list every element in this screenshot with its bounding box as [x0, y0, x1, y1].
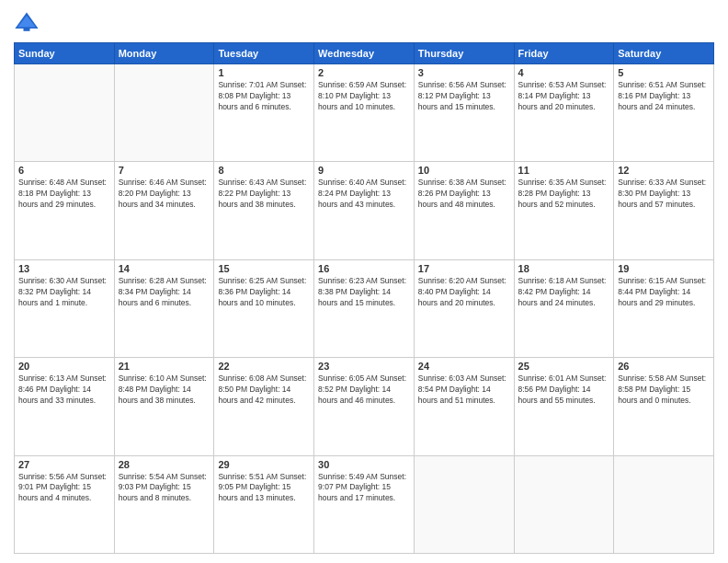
day-info: Sunrise: 6:43 AM Sunset: 8:22 PM Dayligh… — [218, 178, 310, 211]
calendar-cell: 8Sunrise: 6:43 AM Sunset: 8:22 PM Daylig… — [214, 162, 314, 259]
day-number: 10 — [418, 165, 510, 176]
day-number: 19 — [618, 263, 710, 274]
calendar-cell: 26Sunrise: 5:58 AM Sunset: 8:58 PM Dayli… — [614, 358, 714, 455]
calendar-cell — [514, 455, 614, 553]
calendar-cell: 24Sunrise: 6:03 AM Sunset: 8:54 PM Dayli… — [414, 358, 514, 455]
day-number: 9 — [318, 165, 410, 176]
day-number: 25 — [518, 361, 610, 372]
calendar-cell: 25Sunrise: 6:01 AM Sunset: 8:56 PM Dayli… — [514, 358, 614, 455]
day-number: 30 — [318, 459, 410, 470]
day-info: Sunrise: 6:20 AM Sunset: 8:40 PM Dayligh… — [418, 276, 510, 309]
calendar-cell: 1Sunrise: 7:01 AM Sunset: 8:08 PM Daylig… — [214, 64, 314, 162]
page: SundayMondayTuesdayWednesdayThursdayFrid… — [0, 0, 728, 563]
day-number: 20 — [18, 361, 110, 372]
day-info: Sunrise: 6:46 AM Sunset: 8:20 PM Dayligh… — [119, 178, 210, 211]
day-number: 23 — [318, 361, 410, 372]
day-number: 13 — [18, 263, 110, 274]
calendar-week-row: 27Sunrise: 5:56 AM Sunset: 9:01 PM Dayli… — [15, 455, 714, 553]
calendar-cell: 30Sunrise: 5:49 AM Sunset: 9:07 PM Dayli… — [314, 455, 415, 553]
day-info: Sunrise: 5:49 AM Sunset: 9:07 PM Dayligh… — [318, 472, 410, 505]
day-number: 28 — [119, 459, 210, 470]
day-info: Sunrise: 5:54 AM Sunset: 9:03 PM Dayligh… — [119, 472, 210, 505]
day-number: 15 — [218, 263, 310, 274]
day-info: Sunrise: 6:38 AM Sunset: 8:26 PM Dayligh… — [418, 178, 510, 211]
calendar-week-row: 6Sunrise: 6:48 AM Sunset: 8:18 PM Daylig… — [15, 162, 714, 259]
calendar-cell: 9Sunrise: 6:40 AM Sunset: 8:24 PM Daylig… — [314, 162, 415, 259]
calendar-cell: 17Sunrise: 6:20 AM Sunset: 8:40 PM Dayli… — [414, 259, 514, 357]
header — [14, 9, 714, 35]
day-info: Sunrise: 6:15 AM Sunset: 8:44 PM Dayligh… — [618, 276, 710, 309]
weekday-header-tuesday: Tuesday — [214, 43, 314, 64]
day-number: 6 — [18, 165, 110, 176]
day-number: 7 — [119, 165, 210, 176]
day-number: 2 — [318, 67, 410, 78]
weekday-header-wednesday: Wednesday — [314, 43, 415, 64]
calendar-cell — [414, 455, 514, 553]
day-info: Sunrise: 6:56 AM Sunset: 8:12 PM Dayligh… — [418, 80, 510, 113]
calendar-week-row: 1Sunrise: 7:01 AM Sunset: 8:08 PM Daylig… — [15, 64, 714, 162]
day-info: Sunrise: 6:25 AM Sunset: 8:36 PM Dayligh… — [218, 276, 310, 309]
day-number: 3 — [418, 67, 510, 78]
calendar-cell: 2Sunrise: 6:59 AM Sunset: 8:10 PM Daylig… — [314, 64, 415, 162]
day-number: 5 — [618, 67, 710, 78]
day-number: 26 — [618, 361, 710, 372]
calendar-table: SundayMondayTuesdayWednesdayThursdayFrid… — [14, 42, 714, 554]
day-number: 29 — [218, 459, 310, 470]
calendar-cell: 4Sunrise: 6:53 AM Sunset: 8:14 PM Daylig… — [514, 64, 614, 162]
calendar-cell: 13Sunrise: 6:30 AM Sunset: 8:32 PM Dayli… — [15, 259, 115, 357]
day-info: Sunrise: 6:59 AM Sunset: 8:10 PM Dayligh… — [318, 80, 410, 113]
calendar-cell: 21Sunrise: 6:10 AM Sunset: 8:48 PM Dayli… — [114, 358, 214, 455]
day-info: Sunrise: 6:10 AM Sunset: 8:48 PM Dayligh… — [119, 373, 210, 407]
calendar-cell: 14Sunrise: 6:28 AM Sunset: 8:34 PM Dayli… — [114, 259, 214, 357]
calendar-cell: 16Sunrise: 6:23 AM Sunset: 8:38 PM Dayli… — [314, 259, 415, 357]
day-info: Sunrise: 5:51 AM Sunset: 9:05 PM Dayligh… — [218, 472, 310, 505]
calendar-cell: 6Sunrise: 6:48 AM Sunset: 8:18 PM Daylig… — [15, 162, 115, 259]
day-info: Sunrise: 6:05 AM Sunset: 8:52 PM Dayligh… — [318, 373, 410, 407]
calendar-cell: 19Sunrise: 6:15 AM Sunset: 8:44 PM Dayli… — [614, 259, 714, 357]
calendar-cell: 5Sunrise: 6:51 AM Sunset: 8:16 PM Daylig… — [614, 64, 714, 162]
calendar-cell: 18Sunrise: 6:18 AM Sunset: 8:42 PM Dayli… — [514, 259, 614, 357]
day-number: 14 — [119, 263, 210, 274]
day-info: Sunrise: 6:30 AM Sunset: 8:32 PM Dayligh… — [18, 276, 110, 309]
day-info: Sunrise: 7:01 AM Sunset: 8:08 PM Dayligh… — [218, 80, 310, 113]
day-info: Sunrise: 6:51 AM Sunset: 8:16 PM Dayligh… — [618, 80, 710, 113]
weekday-header-saturday: Saturday — [614, 43, 714, 64]
calendar-cell — [614, 455, 714, 553]
day-number: 24 — [418, 361, 510, 372]
calendar-cell: 11Sunrise: 6:35 AM Sunset: 8:28 PM Dayli… — [514, 162, 614, 259]
day-info: Sunrise: 6:13 AM Sunset: 8:46 PM Dayligh… — [18, 373, 110, 407]
calendar-cell: 10Sunrise: 6:38 AM Sunset: 8:26 PM Dayli… — [414, 162, 514, 259]
calendar-cell: 29Sunrise: 5:51 AM Sunset: 9:05 PM Dayli… — [214, 455, 314, 553]
day-info: Sunrise: 6:18 AM Sunset: 8:42 PM Dayligh… — [518, 276, 610, 309]
weekday-header-friday: Friday — [514, 43, 614, 64]
day-number: 22 — [218, 361, 310, 372]
day-info: Sunrise: 6:33 AM Sunset: 8:30 PM Dayligh… — [618, 178, 710, 211]
calendar-cell: 7Sunrise: 6:46 AM Sunset: 8:20 PM Daylig… — [114, 162, 214, 259]
day-info: Sunrise: 6:28 AM Sunset: 8:34 PM Dayligh… — [119, 276, 210, 309]
calendar-cell: 23Sunrise: 6:05 AM Sunset: 8:52 PM Dayli… — [314, 358, 415, 455]
day-info: Sunrise: 6:35 AM Sunset: 8:28 PM Dayligh… — [518, 178, 610, 211]
calendar-cell — [15, 64, 115, 162]
day-info: Sunrise: 5:56 AM Sunset: 9:01 PM Dayligh… — [18, 472, 110, 505]
day-info: Sunrise: 6:23 AM Sunset: 8:38 PM Dayligh… — [318, 276, 410, 309]
weekday-header-row: SundayMondayTuesdayWednesdayThursdayFrid… — [15, 43, 714, 64]
day-info: Sunrise: 6:01 AM Sunset: 8:56 PM Dayligh… — [518, 373, 610, 407]
day-number: 27 — [18, 459, 110, 470]
calendar-cell: 20Sunrise: 6:13 AM Sunset: 8:46 PM Dayli… — [15, 358, 115, 455]
weekday-header-monday: Monday — [114, 43, 214, 64]
logo-icon — [14, 9, 40, 35]
calendar-cell: 3Sunrise: 6:56 AM Sunset: 8:12 PM Daylig… — [414, 64, 514, 162]
calendar-cell: 28Sunrise: 5:54 AM Sunset: 9:03 PM Dayli… — [114, 455, 214, 553]
day-info: Sunrise: 6:53 AM Sunset: 8:14 PM Dayligh… — [518, 80, 610, 113]
calendar-week-row: 13Sunrise: 6:30 AM Sunset: 8:32 PM Dayli… — [15, 259, 714, 357]
day-number: 11 — [518, 165, 610, 176]
calendar-cell: 22Sunrise: 6:08 AM Sunset: 8:50 PM Dayli… — [214, 358, 314, 455]
calendar-cell: 15Sunrise: 6:25 AM Sunset: 8:36 PM Dayli… — [214, 259, 314, 357]
weekday-header-thursday: Thursday — [414, 43, 514, 64]
calendar-week-row: 20Sunrise: 6:13 AM Sunset: 8:46 PM Dayli… — [15, 358, 714, 455]
day-number: 8 — [218, 165, 310, 176]
day-number: 4 — [518, 67, 610, 78]
day-number: 17 — [418, 263, 510, 274]
calendar-cell — [114, 64, 214, 162]
day-number: 1 — [218, 67, 310, 78]
